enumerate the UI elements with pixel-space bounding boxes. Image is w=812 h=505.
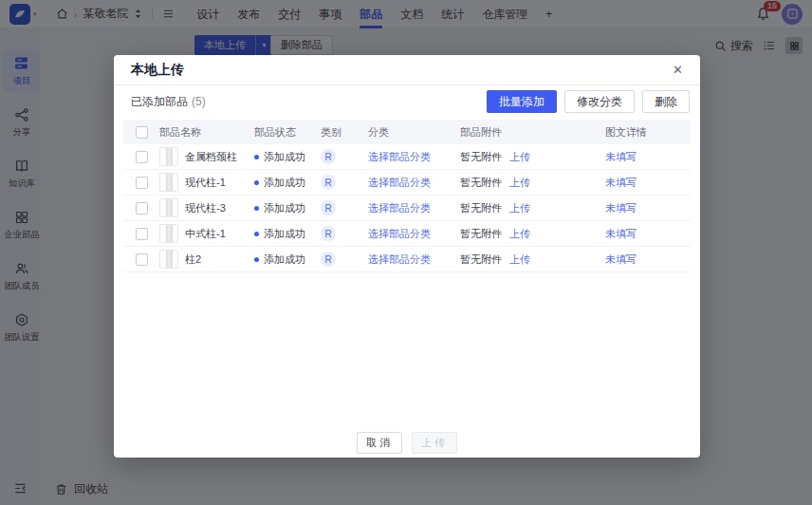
select-category-link[interactable]: 选择部品分类 xyxy=(368,227,431,241)
modal-toolbar: 已添加部品(5) 批量添加 修改分类 删除 xyxy=(114,85,700,118)
row-checkbox[interactable] xyxy=(136,202,148,215)
row-checkbox[interactable] xyxy=(136,253,148,266)
row-checkbox[interactable] xyxy=(136,177,148,189)
modal-title: 本地上传 xyxy=(131,62,184,79)
status-dot-icon xyxy=(254,232,259,236)
row-checkbox[interactable] xyxy=(136,228,148,240)
status-dot-icon xyxy=(254,180,259,185)
details-link[interactable]: 未填写 xyxy=(605,252,637,267)
delete-button[interactable]: 删除 xyxy=(642,90,690,113)
upload-attachment-link[interactable]: 上传 xyxy=(509,252,530,267)
type-badge: R xyxy=(321,149,336,164)
column-header-3: 分类 xyxy=(368,125,460,140)
table-row-3: 中式柱-1添加成功R选择部品分类暂无附件上传未填写 xyxy=(123,221,691,247)
cancel-button[interactable]: 取消 xyxy=(357,432,402,454)
select-category-link[interactable]: 选择部品分类 xyxy=(368,201,431,215)
part-status: 添加成功 xyxy=(264,176,305,190)
details-link[interactable]: 未填写 xyxy=(605,176,637,190)
part-name: 金属档颈柱 xyxy=(185,150,237,164)
column-header-4: 部品附件 xyxy=(460,125,605,140)
type-badge: R xyxy=(321,175,336,190)
part-name: 柱2 xyxy=(185,252,201,267)
table-row-2: 现代柱-3添加成功R选择部品分类暂无附件上传未填写 xyxy=(123,196,691,221)
part-thumbnail xyxy=(159,250,178,269)
upload-attachment-link[interactable]: 上传 xyxy=(509,150,530,164)
added-parts-count: (5) xyxy=(192,95,206,108)
upload-attachment-link[interactable]: 上传 xyxy=(509,201,530,215)
part-name: 现代柱-1 xyxy=(185,176,226,190)
part-name: 中式柱-1 xyxy=(185,227,226,241)
table-row-1: 现代柱-1添加成功R选择部品分类暂无附件上传未填写 xyxy=(123,170,691,196)
modify-category-button[interactable]: 修改分类 xyxy=(564,90,635,113)
app-window: ▾ › 某敬老院 设计发布交付事项部品文档统计仓库管理+ 15 xyxy=(0,0,812,505)
upload-button[interactable]: 上传 xyxy=(412,432,457,454)
parts-table: 部品名称部品状态类别分类部品附件图文详情 金属档颈柱添加成功R选择部品分类暂无附… xyxy=(123,120,691,272)
part-name: 现代柱-3 xyxy=(185,201,226,215)
part-thumbnail xyxy=(159,147,178,166)
close-icon[interactable]: ✕ xyxy=(673,64,683,76)
row-checkbox[interactable] xyxy=(136,151,148,163)
upload-attachment-link[interactable]: 上传 xyxy=(509,176,530,190)
part-thumbnail xyxy=(159,198,178,217)
batch-add-button[interactable]: 批量添加 xyxy=(487,90,557,113)
type-badge: R xyxy=(321,226,336,241)
status-dot-icon xyxy=(254,257,259,262)
status-dot-icon xyxy=(254,155,259,159)
attachment-status: 暂无附件 xyxy=(460,176,502,190)
type-badge: R xyxy=(321,252,336,267)
attachment-status: 暂无附件 xyxy=(460,252,502,267)
part-status: 添加成功 xyxy=(264,150,305,164)
select-all-checkbox[interactable] xyxy=(136,126,148,139)
column-header-2: 类别 xyxy=(321,125,368,140)
select-category-link[interactable]: 选择部品分类 xyxy=(368,176,431,190)
table-row-0: 金属档颈柱添加成功R选择部品分类暂无附件上传未填写 xyxy=(123,144,691,170)
type-badge: R xyxy=(321,200,336,215)
upload-attachment-link[interactable]: 上传 xyxy=(509,227,530,241)
modal-actions: 批量添加 修改分类 删除 xyxy=(487,90,690,113)
table-header: 部品名称部品状态类别分类部品附件图文详情 xyxy=(123,120,691,144)
column-header-1: 部品状态 xyxy=(254,125,321,140)
part-thumbnail xyxy=(159,224,178,243)
attachment-status: 暂无附件 xyxy=(460,227,502,241)
part-status: 添加成功 xyxy=(264,252,305,267)
table-body: 金属档颈柱添加成功R选择部品分类暂无附件上传未填写现代柱-1添加成功R选择部品分… xyxy=(123,144,691,272)
details-link[interactable]: 未填写 xyxy=(605,150,637,164)
attachment-status: 暂无附件 xyxy=(460,201,502,215)
details-link[interactable]: 未填写 xyxy=(605,227,637,241)
part-status: 添加成功 xyxy=(264,201,305,215)
column-header-0: 部品名称 xyxy=(159,125,254,140)
status-dot-icon xyxy=(254,206,259,211)
select-category-link[interactable]: 选择部品分类 xyxy=(368,150,431,164)
column-header-5: 图文详情 xyxy=(605,125,691,140)
modal-footer: 取消 上传 xyxy=(114,432,700,454)
table-row-4: 柱2添加成功R选择部品分类暂无附件上传未填写 xyxy=(123,247,691,272)
modal-header: 本地上传 ✕ xyxy=(114,55,700,85)
part-thumbnail xyxy=(159,173,178,192)
added-parts-label: 已添加部品(5) xyxy=(131,94,206,110)
local-upload-modal: 本地上传 ✕ 已添加部品(5) 批量添加 修改分类 删除 部品名称部品状态类别分… xyxy=(114,55,700,458)
details-link[interactable]: 未填写 xyxy=(605,201,637,215)
attachment-status: 暂无附件 xyxy=(460,150,502,164)
select-category-link[interactable]: 选择部品分类 xyxy=(368,252,431,267)
part-status: 添加成功 xyxy=(264,227,305,241)
